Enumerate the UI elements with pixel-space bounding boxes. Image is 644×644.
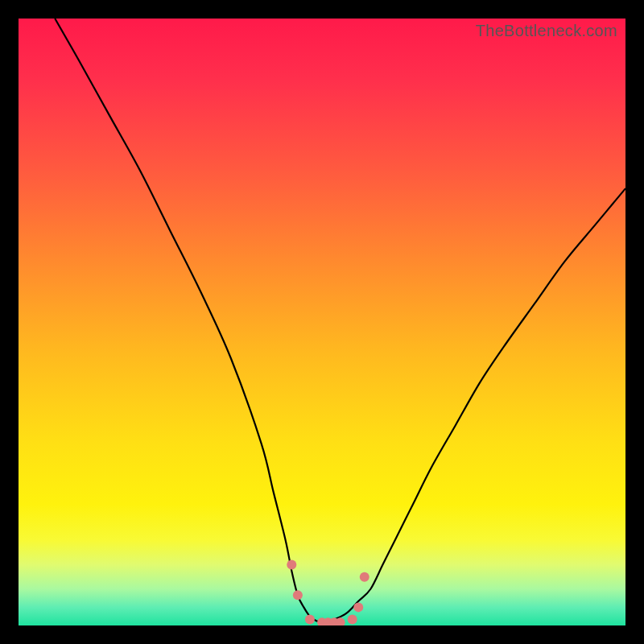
marker-point bbox=[353, 602, 363, 612]
marker-point bbox=[305, 614, 315, 624]
marker-point bbox=[287, 560, 296, 570]
plot-area: TheBottleneck.com bbox=[19, 19, 625, 625]
right-curve bbox=[322, 188, 625, 622]
watermark-text: TheBottleneck.com bbox=[476, 22, 617, 40]
chart-frame: TheBottleneck.com bbox=[0, 0, 644, 644]
sample-markers bbox=[287, 560, 369, 625]
left-curve bbox=[55, 19, 322, 622]
marker-point bbox=[360, 572, 369, 582]
marker-point bbox=[348, 614, 357, 624]
marker-point bbox=[293, 590, 303, 600]
chart-curves bbox=[19, 19, 625, 625]
